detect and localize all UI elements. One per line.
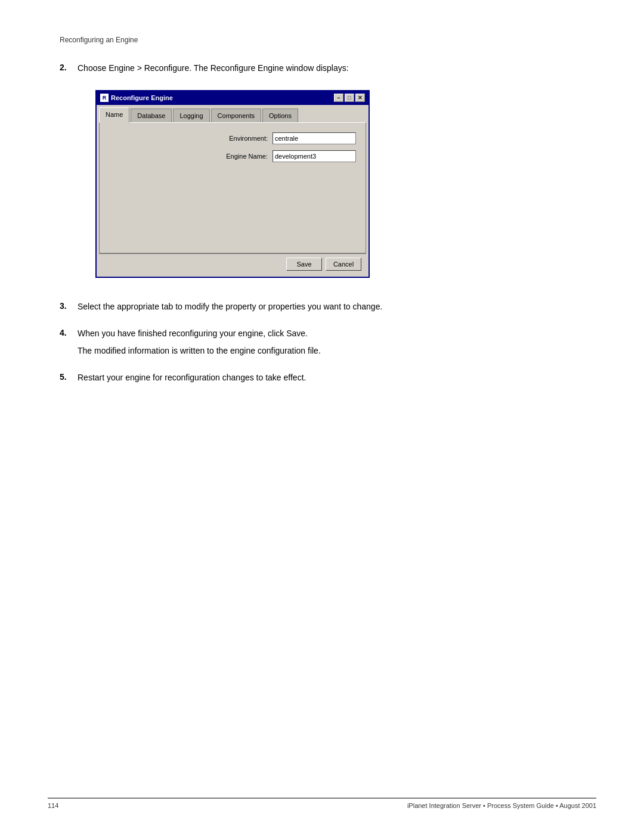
tab-logging[interactable]: Logging [173,109,209,123]
environment-row: Environment: [109,132,356,144]
step-2-content: Choose Engine > Reconfigure. The Reconfi… [78,62,596,290]
step-4-content: When you have finished reconfiguring you… [78,327,596,361]
engine-name-input[interactable] [273,150,356,162]
dialog-icon: R [100,94,109,102]
dialog-body: Environment: Engine Name: [99,122,366,253]
step-3: 3. Select the appropriate tab to modify … [60,301,596,317]
tab-database[interactable]: Database [131,109,172,123]
page-header-note: Reconfiguring an Engine [60,36,596,44]
save-button[interactable]: Save [286,258,322,271]
maximize-button[interactable]: □ [345,94,354,102]
page-footer: 114 iPlanet Integration Server • Process… [48,798,596,809]
footer-text: iPlanet Integration Server • Process Sys… [407,802,596,809]
step-2: 2. Choose Engine > Reconfigure. The Reco… [60,62,596,290]
engine-name-row: Engine Name: [109,150,356,162]
step-4-text: When you have finished reconfiguring you… [78,327,596,340]
step-5-text: Restart your engine for reconfiguration … [78,371,596,384]
step-5-number: 5. [60,371,78,382]
environment-label: Environment: [214,134,268,144]
close-button[interactable]: ✕ [355,94,365,102]
step-3-text: Select the appropriate tab to modify the… [78,301,596,313]
titlebar-controls: − □ ✕ [334,94,365,102]
dialog-title: Reconfigure Engine [111,93,173,103]
cancel-button[interactable]: Cancel [326,258,361,271]
dialog-tabs: Name Database Logging Components Options [97,105,369,123]
step-4: 4. When you have finished reconfiguring … [60,327,596,361]
environment-input[interactable] [273,132,356,144]
step-3-content: Select the appropriate tab to modify the… [78,301,596,317]
step-5-content: Restart your engine for reconfiguration … [78,371,596,388]
page-container: Reconfiguring an Engine 2. Choose Engine… [0,0,644,833]
tab-components[interactable]: Components [211,109,261,123]
step-2-number: 2. [60,62,78,72]
step-4-sub-note: The modified information is written to t… [78,345,596,357]
step-5: 5. Restart your engine for reconfigurati… [60,371,596,388]
tab-options[interactable]: Options [262,109,298,123]
tab-name[interactable]: Name [99,107,129,123]
dialog-wrapper: R Reconfigure Engine − □ ✕ Name [95,90,370,278]
dialog-titlebar: R Reconfigure Engine − □ ✕ [97,91,369,105]
reconfigure-engine-dialog: R Reconfigure Engine − □ ✕ Name [95,90,370,278]
step-4-number: 4. [60,327,78,337]
footer-page-number: 114 [48,802,58,809]
steps-list: 2. Choose Engine > Reconfigure. The Reco… [60,62,596,388]
engine-name-label: Engine Name: [214,151,268,162]
step-2-text: Choose Engine > Reconfigure. The Reconfi… [78,62,596,75]
minimize-button[interactable]: − [334,94,343,102]
step-3-number: 3. [60,301,78,311]
dialog-footer: Save Cancel [99,253,366,274]
titlebar-left: R Reconfigure Engine [100,93,173,103]
